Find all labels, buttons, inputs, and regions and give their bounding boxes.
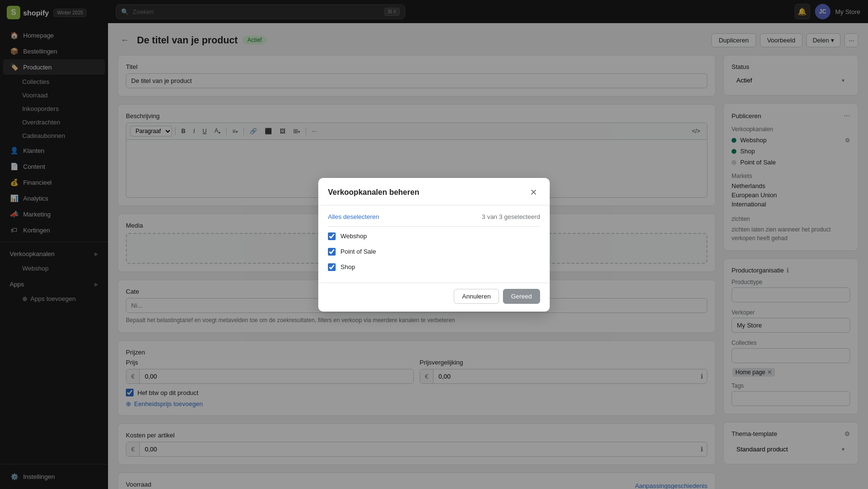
channel-checkbox-webshop[interactable] — [328, 232, 336, 240]
channel-label-shop: Shop — [340, 263, 355, 271]
modal-header: Verkoopkanalen beheren ✕ — [318, 178, 550, 205]
modal-body: Alles deselecteren 3 van 3 geselecteerd … — [318, 205, 550, 283]
modal-overlay[interactable]: Verkoopkanalen beheren ✕ Alles deselecte… — [0, 0, 868, 489]
channel-checkbox-shop[interactable] — [328, 263, 336, 271]
modal-footer: Annuleren Gereed — [318, 283, 550, 312]
channel-label-pos: Point of Sale — [340, 248, 376, 255]
confirm-button[interactable]: Gereed — [503, 289, 540, 304]
modal-top-row: Alles deselecteren 3 van 3 geselecteerd — [328, 213, 540, 220]
modal-close-button[interactable]: ✕ — [527, 186, 540, 199]
channel-label-webshop: Webshop — [340, 232, 367, 240]
modal: Verkoopkanalen beheren ✕ Alles deselecte… — [318, 178, 550, 312]
modal-channel-shop: Shop — [328, 259, 540, 275]
channel-checkbox-pos[interactable] — [328, 248, 336, 256]
deselect-all-link[interactable]: Alles deselecteren — [328, 213, 379, 220]
selection-count: 3 van 3 geselecteerd — [482, 213, 540, 220]
modal-channel-webshop: Webshop — [328, 229, 540, 244]
cancel-button[interactable]: Annuleren — [454, 289, 499, 304]
modal-channel-pos: Point of Sale — [328, 244, 540, 259]
modal-divider-top — [328, 226, 540, 227]
modal-title: Verkoopkanalen beheren — [328, 188, 419, 197]
